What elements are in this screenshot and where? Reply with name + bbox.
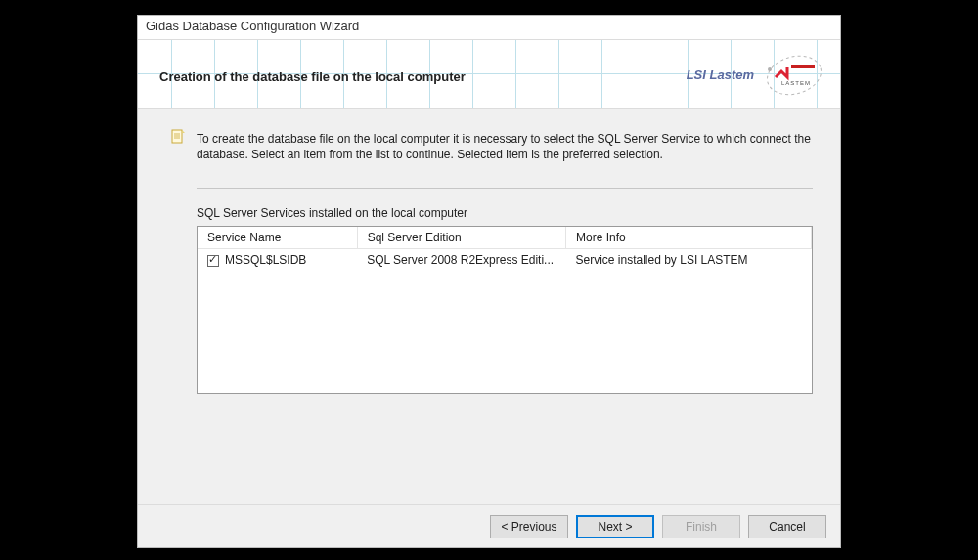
column-header-sql-edition[interactable]: Sql Server Edition (357, 227, 565, 249)
column-header-more-info[interactable]: More Info (565, 227, 811, 249)
brand-text: LSI Lastem (687, 67, 754, 82)
svg-text:LASTEM: LASTEM (781, 80, 811, 86)
next-button[interactable]: Next > (576, 515, 654, 538)
finish-button[interactable]: Finish (662, 515, 740, 538)
wizard-button-bar: < Previous Next > Finish Cancel (138, 504, 840, 547)
cell-sql-edition: SQL Server 2008 R2Express Editi... (357, 249, 565, 272)
divider (197, 188, 813, 189)
sql-services-listview[interactable]: Service Name Sql Server Edition More Inf… (197, 226, 813, 394)
listview-header-row: Service Name Sql Server Edition More Inf… (198, 227, 812, 249)
table-row[interactable]: MSSQL$LSIDBSQL Server 2008 R2Express Edi… (198, 249, 812, 272)
info-note-icon (171, 129, 185, 145)
row-checkbox[interactable] (207, 255, 219, 267)
window-titlebar: Gidas Database Configuration Wizard (138, 16, 840, 39)
svg-point-1 (768, 67, 772, 71)
section-label: SQL Server Services installed on the loc… (197, 206, 813, 220)
brand-area: LSI Lastem LASTEM (645, 40, 830, 110)
wizard-window: Gidas Database Configuration Wizard Crea… (137, 15, 841, 548)
previous-button[interactable]: < Previous (490, 515, 568, 538)
svg-point-0 (764, 50, 824, 100)
column-header-service-name[interactable]: Service Name (198, 227, 357, 249)
lsi-logo-icon: LASTEM (764, 50, 824, 101)
cell-service-name: MSSQL$LSIDB (225, 253, 306, 267)
wizard-step-title: Creation of the database file on the loc… (159, 69, 466, 84)
svg-rect-4 (172, 130, 182, 143)
instruction-text: To create the database file on the local… (197, 131, 813, 162)
window-title: Gidas Database Configuration Wizard (146, 19, 359, 33)
wizard-content-area: To create the database file on the local… (138, 109, 840, 504)
svg-marker-5 (182, 130, 185, 133)
cell-more-info: Service installed by LSI LASTEM (565, 249, 811, 272)
cancel-button[interactable]: Cancel (748, 515, 826, 538)
wizard-header-banner: Creation of the database file on the loc… (138, 39, 840, 109)
svg-rect-2 (791, 65, 815, 68)
